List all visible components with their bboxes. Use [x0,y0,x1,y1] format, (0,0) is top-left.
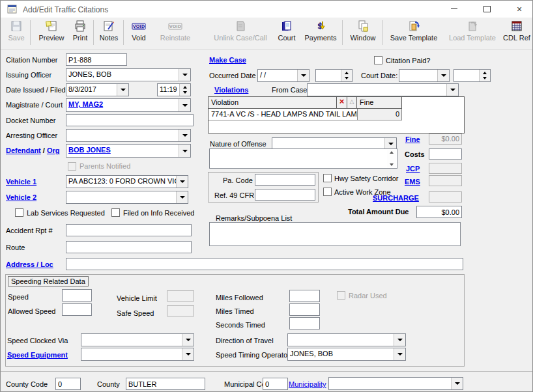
cdl-ref-grid-icon [510,18,523,33]
preview-icon [45,18,58,33]
date-issued-select[interactable]: 8/3/2017 [66,83,129,96]
direction-of-travel-select[interactable] [287,333,406,346]
hwy-safety-corridor-label: Hwy Safety Corridor [334,175,398,182]
pa-code-input[interactable] [255,174,315,186]
municipality-link[interactable]: Municipality [289,380,326,388]
defendant-select[interactable]: BOB JONES [66,144,191,158]
print-button[interactable]: Print [68,18,92,47]
spinner-arrows-icon[interactable] [341,70,352,81]
app-form-icon [7,4,18,14]
chevron-down-icon [437,70,449,81]
citation-paid-checkbox[interactable] [374,56,382,64]
address-loc-link[interactable]: Address / Loc [6,260,53,268]
spinner-arrows-icon[interactable] [479,70,490,81]
accident-rpt-label: Accident Rpt # [6,227,53,234]
vehicle-2-select[interactable] [66,191,188,204]
window-pages-icon [356,18,369,33]
vehicle-limit-label: Vehicle Limit [117,294,157,302]
delete-violation-icon[interactable]: × [337,97,347,109]
costs-input[interactable] [429,148,462,160]
add-edit-traffic-citations-window: Add/Edit Traffic Citations × Save Previe… [0,0,533,392]
chevron-down-icon [176,176,188,188]
citation-number-input[interactable] [66,53,127,66]
total-amount-due-field[interactable] [416,206,462,218]
minimize-icon[interactable] [444,1,464,17]
toolbar-separator [342,20,343,45]
miles-followed-input[interactable] [289,290,320,302]
occurred-date-select[interactable]: / / [257,69,310,82]
ref-49-cfr-input[interactable] [255,189,315,201]
textarea-scrollbar[interactable] [387,150,396,167]
magistrate-court-select[interactable]: MY, MAG2 [66,98,191,112]
scroll-up-icon[interactable] [390,151,394,154]
miles-timed-label: Miles Timed [216,307,254,315]
court-time-spinner[interactable] [454,69,491,82]
save-template-button[interactable]: Save Template [386,18,441,47]
speed-timing-operator-select[interactable]: JONES, BOB [287,348,406,361]
maximize-icon[interactable] [477,1,497,17]
lab-services-checkbox[interactable] [15,208,23,217]
county-input[interactable] [126,378,205,390]
filed-on-info-checkbox[interactable] [111,208,120,217]
time-issued-spinner[interactable]: 11:19 [157,83,191,96]
violation-fine-cell: 0 [357,109,402,120]
safe-speed-field [167,305,194,316]
chevron-down-icon [179,130,190,141]
hwy-safety-corridor-checkbox[interactable] [323,174,332,182]
county-code-input[interactable] [55,378,81,390]
occurred-time-spinner[interactable] [315,69,353,82]
cdl-ref-button[interactable]: CDL Ref [502,18,531,47]
docket-number-input[interactable] [66,114,194,126]
chevron-down-icon [117,84,128,96]
org-link[interactable]: Org [47,147,60,154]
active-work-zone-checkbox[interactable] [323,188,332,196]
payments-button[interactable]: $ Payments [302,18,339,47]
nature-of-offense-label: Nature of Offense [210,140,266,148]
unlink-icon [234,18,247,33]
notes-button[interactable]: Notes [96,18,122,47]
municipal-code-input[interactable] [263,378,288,390]
speed-input[interactable] [62,289,92,301]
route-input[interactable] [66,241,192,253]
miles-timed-input[interactable] [289,303,320,316]
ems-amount-field [429,175,462,186]
remarks-label: Remarks/Subpoena List [216,214,292,222]
save-button: Save [3,18,29,47]
court-date-select[interactable] [399,69,450,82]
preview-button[interactable]: Preview [35,18,68,47]
seconds-timed-input[interactable] [289,317,320,329]
scroll-down-icon[interactable] [390,163,394,166]
violation-row[interactable]: 7741-A VC /S - HEAD LAMPS AND TAIL LAMPS… [209,109,464,120]
surcharge-link[interactable]: SURCHARGE [373,194,419,202]
speed-equipment-link[interactable]: Speed Equipment [7,351,68,359]
offense-description-textarea[interactable] [209,148,397,169]
spinner-arrows-icon[interactable] [179,84,190,96]
arresting-officer-select[interactable] [66,129,191,142]
vehicle-1-select[interactable]: PA ABC123: 0 FORD CROWN VIC [66,175,188,188]
chevron-down-icon [394,334,405,346]
void-button[interactable]: VOID Void [126,18,152,47]
ems-link[interactable]: EMS [405,178,420,186]
violations-grid-header: Violation × △ Fine [209,97,464,109]
from-case-select[interactable] [307,83,459,96]
window-button[interactable]: Window [346,18,380,47]
speed-equipment-select[interactable] [81,348,194,361]
allowed-speed-input[interactable] [62,303,92,316]
violations-link[interactable]: Violations [214,86,248,94]
remarks-textarea[interactable] [209,222,461,246]
speed-clocked-via-label: Speed Clocked Via [7,337,68,344]
municipality-select[interactable] [328,377,463,390]
court-button[interactable]: Court [274,18,299,47]
fine-link[interactable]: Fine [405,135,420,143]
speed-clocked-via-select[interactable] [81,333,194,346]
address-loc-input[interactable] [66,258,463,270]
jcp-link[interactable]: JCP [406,165,420,173]
vehicle-1-link[interactable]: Vehicle 1 [6,178,36,186]
defendant-link[interactable]: Defendant [6,147,41,154]
speed-label: Speed [8,293,29,301]
close-icon[interactable]: × [510,1,529,17]
vehicle-2-link[interactable]: Vehicle 2 [6,193,36,201]
issuing-officer-select[interactable]: JONES, BOB [66,68,191,81]
make-case-link[interactable]: Make Case [209,56,246,64]
accident-rpt-input[interactable] [66,224,192,236]
